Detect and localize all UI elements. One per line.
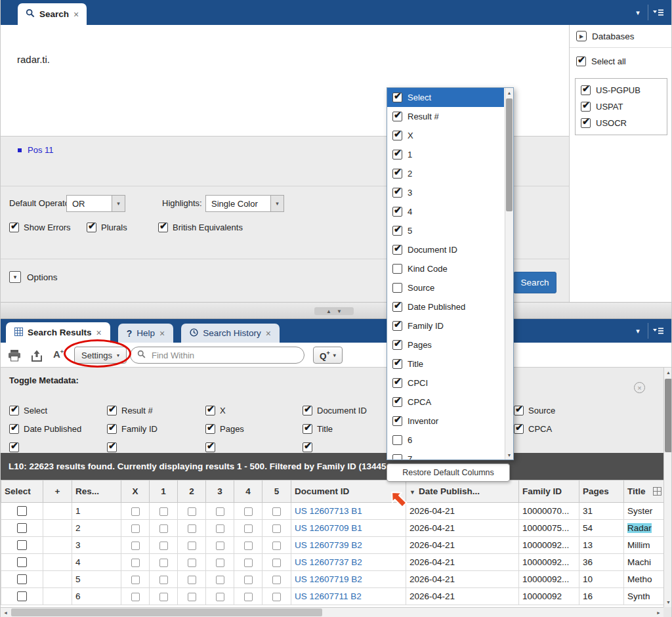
collapse-options-icon[interactable]: ▾ — [9, 271, 21, 283]
checkbox[interactable] — [159, 542, 168, 550]
checkbox[interactable] — [392, 454, 402, 460]
checkbox[interactable] — [392, 397, 402, 407]
checkbox[interactable] — [392, 302, 402, 312]
database-checkbox-us-pgpub[interactable]: US-PGPUB — [581, 85, 662, 95]
checkbox[interactable] — [303, 424, 312, 434]
checkbox[interactable] — [216, 542, 224, 550]
metadata-checkbox[interactable]: Document ID — [303, 406, 367, 415]
metadata-checkbox[interactable] — [9, 442, 19, 452]
column-header-document-id[interactable]: Document ID — [291, 480, 406, 503]
metadata-checkbox[interactable]: Title — [303, 424, 333, 434]
checkbox[interactable] — [17, 523, 27, 533]
checkbox[interactable] — [216, 576, 224, 584]
column-header-res-[interactable]: Res... — [72, 480, 121, 503]
document-id-link[interactable]: US 12607739 B2 — [295, 540, 362, 550]
checkbox[interactable] — [392, 150, 402, 160]
column-header-date-publish-[interactable]: ▼Date Publish... — [406, 480, 519, 503]
column-menu-item[interactable]: Title — [387, 354, 504, 373]
checkbox[interactable] — [392, 416, 402, 426]
checkbox[interactable] — [581, 102, 591, 112]
checkbox[interactable] — [131, 507, 140, 516]
query-highlight-button[interactable]: Q+ ▾ — [313, 347, 343, 364]
checkbox[interactable] — [392, 378, 402, 388]
checkbox[interactable] — [272, 542, 281, 550]
metadata-checkbox[interactable]: Date Published — [9, 424, 81, 434]
checkbox[interactable] — [107, 442, 117, 452]
scroll-up-icon[interactable]: ▲ — [505, 88, 513, 97]
split-up-icon[interactable]: ▲ — [326, 308, 331, 314]
checkbox[interactable] — [131, 524, 140, 533]
checkbox[interactable] — [392, 169, 402, 179]
font-size-icon[interactable]: A+ — [53, 349, 64, 360]
metadata-checkbox[interactable] — [303, 442, 312, 452]
column-header-x[interactable]: X — [121, 480, 150, 503]
window-splitter[interactable]: ▲ ▼ — [1, 302, 672, 319]
checkbox[interactable] — [392, 93, 402, 102]
close-tab-icon[interactable]: × — [96, 328, 102, 338]
checkbox[interactable] — [131, 542, 140, 550]
checkbox[interactable] — [188, 593, 196, 601]
checkbox[interactable] — [205, 424, 215, 434]
checkbox[interactable] — [159, 576, 168, 584]
checkbox[interactable] — [9, 424, 19, 434]
collapse-window-icon[interactable]: ▾ — [628, 5, 648, 20]
column-menu-item[interactable]: Document ID — [387, 240, 504, 259]
checkbox[interactable] — [159, 524, 168, 533]
checkbox[interactable] — [514, 424, 524, 434]
horizontal-scrollbar[interactable]: ◄ ► — [1, 607, 663, 617]
checkbox[interactable] — [244, 542, 253, 550]
checkbox[interactable] — [392, 131, 402, 140]
checkbox[interactable] — [9, 406, 19, 415]
metadata-checkbox[interactable] — [205, 442, 215, 452]
add-column-icon[interactable] — [653, 487, 662, 498]
checkbox[interactable] — [131, 576, 140, 584]
checkbox[interactable] — [272, 576, 281, 584]
checkbox[interactable] — [17, 540, 27, 550]
column-menu-item[interactable]: Select — [387, 88, 504, 107]
checkbox[interactable] — [514, 406, 524, 415]
checkbox[interactable] — [392, 207, 402, 217]
checkbox[interactable] — [216, 507, 224, 516]
checkbox[interactable] — [188, 524, 196, 533]
checkbox[interactable] — [581, 118, 591, 128]
settings-button[interactable]: Settings ▾ — [74, 347, 127, 364]
tab-search[interactable]: Search × — [18, 3, 87, 25]
column-header-select[interactable]: Select — [1, 480, 43, 503]
checkbox[interactable] — [244, 524, 253, 533]
checkbox[interactable] — [272, 559, 281, 567]
checkbox[interactable] — [188, 507, 196, 516]
checkbox[interactable] — [392, 188, 402, 198]
close-tab-icon[interactable]: × — [266, 328, 271, 339]
find-within-input[interactable] — [150, 350, 297, 361]
checkbox[interactable] — [244, 593, 253, 601]
checkbox[interactable] — [216, 524, 224, 533]
checkbox[interactable] — [576, 56, 586, 66]
search-button[interactable]: Search — [513, 272, 556, 293]
chevron-down-icon[interactable]: ▾ — [112, 196, 125, 211]
checkbox[interactable] — [244, 559, 253, 567]
document-id-link[interactable]: US 12607711 B2 — [295, 591, 362, 601]
checkbox[interactable] — [188, 542, 196, 550]
checkbox[interactable] — [131, 593, 140, 601]
document-id-link[interactable]: US 12607709 B1 — [295, 523, 362, 533]
window-menu-icon[interactable] — [648, 323, 667, 339]
checkbox[interactable] — [107, 406, 117, 415]
checkbox[interactable] — [392, 264, 402, 274]
highlights-select[interactable]: Single Color ▾ — [205, 195, 284, 212]
checkbox[interactable] — [272, 507, 281, 516]
scroll-thumb[interactable] — [506, 98, 513, 211]
database-checkbox-usocr[interactable]: USOCR — [581, 118, 662, 128]
metadata-checkbox[interactable]: Family ID — [107, 424, 158, 434]
column-menu-item[interactable]: CPCI — [387, 373, 504, 393]
checkbox[interactable] — [392, 283, 402, 293]
select-all-databases[interactable]: Select all — [570, 48, 672, 70]
scroll-thumb[interactable] — [11, 608, 322, 616]
scroll-up-icon[interactable]: ▲ — [664, 368, 672, 377]
close-icon[interactable]: × — [634, 382, 645, 393]
checkbox[interactable] — [159, 507, 168, 516]
metadata-checkbox[interactable]: Select — [9, 406, 47, 415]
metadata-checkbox[interactable]: X — [205, 406, 226, 415]
checkbox[interactable] — [392, 112, 402, 121]
checkbox[interactable] — [272, 593, 281, 601]
checkbox[interactable] — [9, 223, 19, 232]
